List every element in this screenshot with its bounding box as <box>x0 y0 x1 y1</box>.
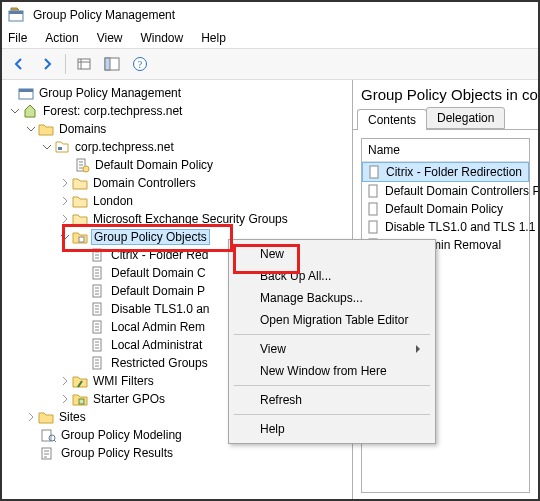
results-icon <box>40 445 56 461</box>
context-menu: New Back Up All... Manage Backups... Ope… <box>228 239 436 444</box>
forest-icon <box>22 103 38 119</box>
tab-delegation[interactable]: Delegation <box>426 107 505 129</box>
svg-rect-26 <box>370 166 378 178</box>
menu-file[interactable]: File <box>8 31 27 45</box>
folder-icon <box>38 121 54 137</box>
tree-label: corp.techpress.net <box>73 140 176 154</box>
list-item[interactable]: Disable TLS1.0 and TLS 1.1 Wind <box>362 218 529 236</box>
domain-icon <box>54 139 70 155</box>
ctx-manage-backups[interactable]: Manage Backups... <box>232 287 432 309</box>
ctx-divider <box>234 334 430 335</box>
ctx-refresh[interactable]: Refresh <box>232 389 432 411</box>
sites-icon <box>38 409 54 425</box>
modeling-icon <box>40 427 56 443</box>
tabs: Contents Delegation <box>353 107 538 130</box>
ctx-new-window[interactable]: New Window from Here <box>232 360 432 382</box>
tree-label: Local Administrat <box>109 338 204 352</box>
back-button[interactable] <box>6 51 32 77</box>
tree-label: Local Admin Rem <box>109 320 207 334</box>
svg-rect-10 <box>19 89 33 92</box>
list-item[interactable]: Citrix - Folder Redirection <box>362 162 529 182</box>
tree-item[interactable]: Domain Controllers <box>2 174 352 192</box>
gpo-icon <box>90 265 106 281</box>
gpo-icon <box>90 355 106 371</box>
gpo-icon <box>366 201 382 217</box>
svg-rect-22 <box>79 399 84 404</box>
column-header[interactable]: Name <box>362 139 529 162</box>
menubar: File Action View Window Help <box>2 28 538 48</box>
tree-label: Sites <box>57 410 88 424</box>
detail-title: Group Policy Objects in corp <box>353 80 538 107</box>
svg-rect-27 <box>369 185 377 197</box>
tree-item[interactable]: Group Policy Results <box>2 444 352 462</box>
gpo-icon <box>90 301 106 317</box>
tree-domains[interactable]: Domains <box>2 120 352 138</box>
tree-label: Default Domain P <box>109 284 207 298</box>
list-item[interactable]: Default Domain Controllers Policy <box>362 182 529 200</box>
ctx-backup-all[interactable]: Back Up All... <box>232 265 432 287</box>
menu-view[interactable]: View <box>97 31 123 45</box>
expander-icon[interactable] <box>58 194 72 208</box>
list-item[interactable]: Default Domain Policy <box>362 200 529 218</box>
tree-item[interactable]: London <box>2 192 352 210</box>
tree-label: Domain Controllers <box>91 176 198 190</box>
window-title: Group Policy Management <box>33 8 175 22</box>
ou-icon <box>72 193 88 209</box>
tree-forest[interactable]: Forest: corp.techpress.net <box>2 102 352 120</box>
tree-label: Restricted Groups <box>109 356 210 370</box>
tree-label: London <box>91 194 135 208</box>
window: { "title": "Group Policy Management", "m… <box>0 0 540 501</box>
expander-icon[interactable] <box>24 410 38 424</box>
tree-label: Citrix - Folder Red <box>109 248 210 262</box>
tree-label: Domains <box>57 122 108 136</box>
expander-icon[interactable] <box>8 104 22 118</box>
ctx-new[interactable]: New <box>232 243 432 265</box>
cell-name: Default Domain Policy <box>385 202 503 216</box>
ctx-view[interactable]: View <box>232 338 432 360</box>
column-name: Name <box>368 143 400 157</box>
svg-rect-14 <box>79 237 84 242</box>
tree-label: Starter GPOs <box>91 392 167 406</box>
ctx-help[interactable]: Help <box>232 418 432 440</box>
menu-window[interactable]: Window <box>141 31 184 45</box>
tree-item[interactable]: Microsoft Exchange Security Groups <box>2 210 352 228</box>
svg-rect-6 <box>105 58 110 70</box>
tree-label: Microsoft Exchange Security Groups <box>91 212 290 226</box>
ctx-open-migration[interactable]: Open Migration Table Editor <box>232 309 432 331</box>
gpo-icon <box>90 247 106 263</box>
toolbar: ? <box>2 48 538 80</box>
forward-arrow-icon <box>39 56 55 72</box>
tree-label: WMI Filters <box>91 374 156 388</box>
forward-button[interactable] <box>34 51 60 77</box>
expander-icon[interactable] <box>58 212 72 226</box>
show-hide-tree-button[interactable] <box>99 51 125 77</box>
wmi-icon <box>72 373 88 389</box>
gpo-link-icon <box>74 157 90 173</box>
menu-help[interactable]: Help <box>201 31 226 45</box>
tree-pane-icon <box>104 56 120 72</box>
expander-icon[interactable] <box>40 140 54 154</box>
help-button[interactable]: ? <box>127 51 153 77</box>
tree-root[interactable]: ▾ Group Policy Management <box>2 84 352 102</box>
tree-label: Group Policy Objects <box>91 229 210 245</box>
gpo-icon <box>90 319 106 335</box>
menu-action[interactable]: Action <box>45 31 78 45</box>
titlebar: Group Policy Management <box>2 2 538 28</box>
console-icon <box>18 85 34 101</box>
expander-icon[interactable] <box>58 374 72 388</box>
gpo-icon <box>366 219 382 235</box>
starter-icon <box>72 391 88 407</box>
tab-contents[interactable]: Contents <box>357 109 427 130</box>
tree-item[interactable]: Default Domain Policy <box>2 156 352 174</box>
cell-name: Disable TLS1.0 and TLS 1.1 Wind <box>385 220 538 234</box>
tree-domain[interactable]: corp.techpress.net <box>2 138 352 156</box>
toolbar-separator <box>65 54 66 74</box>
properties-button[interactable] <box>71 51 97 77</box>
expander-icon[interactable] <box>58 392 72 406</box>
gpo-icon <box>90 283 106 299</box>
tree-label: Group Policy Results <box>59 446 175 460</box>
expander-icon[interactable] <box>24 122 38 136</box>
expander-icon[interactable] <box>58 176 72 190</box>
expander-icon[interactable] <box>58 230 72 244</box>
gpo-icon <box>90 337 106 353</box>
